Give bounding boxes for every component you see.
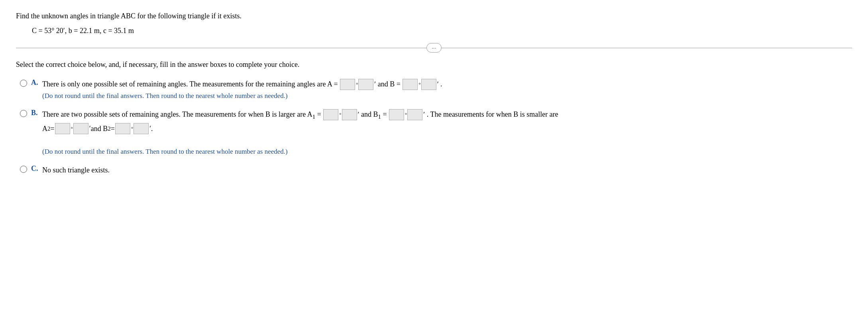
option-a-text-and: and B = [378,80,401,88]
option-b-a2-label: A [42,123,47,135]
input-a-min[interactable] [358,79,373,90]
option-b-input-B1: ° ′ [389,109,425,121]
option-a-text-before: There is only one possible set of remain… [42,80,338,88]
problem-title: Find the unknown angles in triangle ABC … [16,12,852,20]
option-b-input-B2: ° ′ [115,123,151,135]
divider-button[interactable]: ··· [426,43,442,53]
option-a-hint: (Do not round until the final answers. T… [42,92,288,100]
instruction: Select the correct choice below, and, if… [16,61,852,69]
radio-a[interactable] [20,80,27,87]
radio-b[interactable] [20,110,27,117]
option-b-text-eq1: = [317,110,321,118]
option-b-sub4: 2 [108,124,111,133]
input-b-deg[interactable] [403,79,418,90]
option-a-content: There is only one possible set of remain… [42,78,852,102]
options-container: A. There is only one possible set of rem… [20,78,852,176]
option-a-row: A. There is only one possible set of rem… [20,78,852,102]
input-a2-deg[interactable] [55,123,70,134]
option-b-sub2: 1 [378,113,381,120]
option-b-content: There are two possible sets of remaining… [42,109,852,157]
input-b2-deg[interactable] [115,123,130,134]
option-a-input-B: ° ′ [402,79,438,90]
option-c-text: No such triangle exists. [42,166,110,174]
divider: ··· [16,43,852,53]
option-b-label: B. [31,109,39,117]
option-b-input-A1: ° ′ [323,109,359,121]
option-b-row: B. There are two possible sets of remain… [20,109,852,157]
option-a-input-A: ° ′ [340,79,376,90]
option-a-text-end: . [440,80,442,88]
option-b-text-and2: and B [91,123,108,135]
input-a1-deg[interactable] [323,109,338,120]
option-b-line2: A2 = ° ′ and B2 = ° ′ . [42,123,852,135]
input-a-deg[interactable] [340,79,355,90]
option-c-row: C. No such triangle exists. [20,164,852,176]
option-c-label: C. [31,164,39,173]
option-b-text-end1: . The measurements for when B is smaller… [427,110,558,118]
option-b-text-before: There are two possible sets of remaining… [42,110,312,118]
given-values: C = 53° 20′, b = 22.1 m, c = 35.1 m [32,27,852,35]
option-a-label: A. [31,78,39,87]
option-b-text-eq4: = [111,123,115,135]
input-a1-min[interactable] [342,109,357,120]
input-b1-deg[interactable] [389,109,404,120]
input-a2-min[interactable] [73,123,88,134]
input-b2-min[interactable] [134,123,149,134]
option-b-sub1: 1 [312,113,316,120]
option-b-input-A2: ° ′ [55,123,91,135]
radio-c[interactable] [20,166,27,173]
option-b-hint: (Do not round until the final answers. T… [42,148,288,155]
option-b-text-eq3: = [51,123,55,135]
option-b-text-and1: and B [361,110,378,118]
option-b-sub3: 2 [47,124,51,133]
input-b-min[interactable] [421,79,436,90]
input-b1-min[interactable] [407,109,422,120]
option-b-text-end2: . [151,123,153,135]
option-c-content: No such triangle exists. [42,164,852,176]
option-b-text-eq2: = [383,110,387,118]
